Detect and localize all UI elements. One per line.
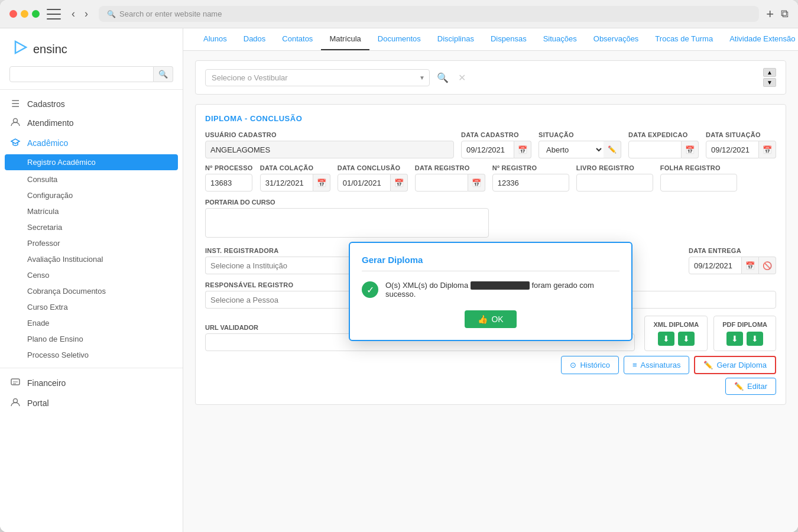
cadastros-icon: ☰ <box>9 98 21 109</box>
modal-redacted-text <box>471 281 530 290</box>
sidebar-item-professor[interactable]: Professor <box>0 235 183 251</box>
tab-matricula[interactable]: Matrícula <box>321 28 369 50</box>
sidebar-item-censo[interactable]: Censo <box>0 267 183 283</box>
tab-observacoes[interactable]: Observações <box>585 28 647 50</box>
tab-atividade-extensao[interactable]: Atividade Extensão <box>721 28 798 50</box>
tab-contatos[interactable]: Contatos <box>274 28 321 50</box>
sidebar-item-matricula[interactable]: Matrícula <box>0 203 183 219</box>
close-button[interactable] <box>9 10 17 18</box>
atendimento-icon <box>9 116 21 129</box>
tab-disciplinas[interactable]: Disciplinas <box>429 28 482 50</box>
academico-icon <box>9 137 21 150</box>
logo: ensinc <box>0 28 183 66</box>
logo-text: ensinc <box>33 43 67 56</box>
tabs-overview-button[interactable]: ⧉ <box>781 8 789 20</box>
sidebar-item-processo-seletivo[interactable]: Processo Seletivo <box>0 347 183 363</box>
new-tab-button[interactable]: + <box>766 7 774 22</box>
sidebar-item-financeiro[interactable]: Financeiro <box>0 373 183 393</box>
modal-success-icon: ✓ <box>362 281 378 298</box>
sidebar-item-academico[interactable]: Acadêmico <box>0 133 183 153</box>
modal-title: Gerar Diploma <box>362 255 619 271</box>
minimize-button[interactable] <box>21 10 28 18</box>
back-button[interactable]: ‹ <box>68 7 79 21</box>
sidebar: ensinc 🔍 ☰ Cadastros Atendimento <box>0 28 183 532</box>
modal-ok-button[interactable]: 👍 OK <box>465 310 516 328</box>
browser-chrome: ‹ › 🔍 Search or enter website name + ⧉ <box>0 0 798 28</box>
forward-button[interactable]: › <box>81 7 92 21</box>
gerar-diploma-modal: Gerar Diploma ✓ O(s) XML(s) do Diploma f… <box>349 242 632 342</box>
sidebar-item-avaliacao-institucional[interactable]: Avaliação Institucional <box>0 251 183 267</box>
tab-dados[interactable]: Dados <box>235 28 274 50</box>
sidebar-item-cobranca-documentos[interactable]: Cobrança Documentos <box>0 283 183 299</box>
sidebar-item-enade[interactable]: Enade <box>0 315 183 331</box>
sidebar-item-atendimento[interactable]: Atendimento <box>0 113 183 133</box>
tab-situacoes[interactable]: Situações <box>535 28 585 50</box>
search-button[interactable]: 🔍 <box>154 66 173 82</box>
portal-icon <box>9 397 21 410</box>
ok-thumb-icon: 👍 <box>478 314 488 324</box>
tab-dispensas[interactable]: Dispensas <box>482 28 535 50</box>
sidebar-item-portal[interactable]: Portal <box>0 393 183 413</box>
sidebar-item-registro-academico[interactable]: Registro Acadêmico <box>5 154 178 170</box>
sidebar-search-area: 🔍 <box>0 66 183 90</box>
traffic-lights <box>9 10 40 18</box>
modal-overlay: Gerar Diploma ✓ O(s) XML(s) do Diploma f… <box>183 51 798 532</box>
maximize-button[interactable] <box>32 10 40 18</box>
modal-message: O(s) XML(s) do Diploma foram gerado com … <box>385 281 619 299</box>
sidebar-item-secretaria[interactable]: Secretaria <box>0 219 183 235</box>
sidebar-item-cadastros[interactable]: ☰ Cadastros <box>0 95 183 113</box>
sidebar-nav: ☰ Cadastros Atendimento Acadêmico <box>0 90 183 418</box>
sidebar-item-configuracao[interactable]: Configuração <box>0 187 183 203</box>
content-area: Selecione o Vestibular ▼ 🔍 ✕ ▲ ▼ DIPLOMA… <box>183 51 798 532</box>
logo-icon <box>12 39 28 59</box>
tab-alunos[interactable]: Alunos <box>195 28 235 50</box>
financeiro-icon <box>9 377 21 390</box>
sidebar-item-plano-de-ensino[interactable]: Plano de Ensino <box>0 331 183 347</box>
sidebar-toggle-btn[interactable] <box>47 9 61 20</box>
modal-body: ✓ O(s) XML(s) do Diploma foram gerado co… <box>362 281 619 299</box>
sidebar-item-curso-extra[interactable]: Curso Extra <box>0 299 183 315</box>
modal-footer: 👍 OK <box>362 310 619 328</box>
sidebar-item-consulta[interactable]: Consulta <box>0 171 183 187</box>
address-bar[interactable]: 🔍 Search or enter website name <box>99 6 759 22</box>
svg-marker-0 <box>15 41 26 53</box>
tab-documentos[interactable]: Documentos <box>369 28 429 50</box>
tab-trocas-de-turma[interactable]: Trocas de Turma <box>647 28 721 50</box>
main-content: Alunos Dados Contatos Matrícula Document… <box>183 28 798 532</box>
search-input[interactable] <box>9 66 154 82</box>
tabs-bar: Alunos Dados Contatos Matrícula Document… <box>183 28 798 51</box>
